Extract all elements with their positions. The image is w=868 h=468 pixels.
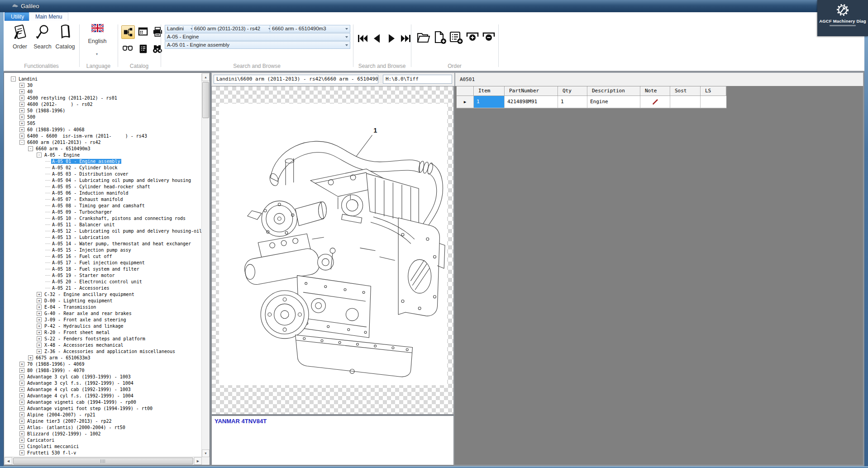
- tree-item[interactable]: A-05 19 - Starter motor: [5, 272, 202, 278]
- expand-icon[interactable]: +: [37, 343, 42, 348]
- expand-icon[interactable]: +: [19, 368, 24, 373]
- cell-qty[interactable]: 1: [558, 96, 587, 108]
- header-note[interactable]: Note: [640, 86, 670, 96]
- tree-item[interactable]: +Atlas- (atlantis) (2000-2004) - rt50: [5, 424, 202, 430]
- catalog-button[interactable]: Catalog: [53, 24, 77, 50]
- order-button[interactable]: Order: [8, 24, 32, 50]
- tree-item[interactable]: +S-22 - Fenders footsteps and platform: [5, 335, 202, 342]
- tree-item[interactable]: +Advantage vigneti foot step (1994-1999)…: [5, 405, 202, 411]
- tree-item[interactable]: -6600 arm (2011-2013) - rs42: [5, 139, 202, 145]
- tree-item[interactable]: A-05 05 - Cylinder head-rocker shaft: [5, 183, 202, 190]
- tree-item[interactable]: A-05 21 - Accessories: [5, 285, 202, 291]
- header-ls[interactable]: LS: [701, 86, 726, 96]
- make-combo[interactable]: Landini: [165, 25, 196, 33]
- tree-item[interactable]: A-05 01 - Engine assembly: [5, 158, 202, 164]
- cell-partnumber[interactable]: 4214898M91: [505, 96, 558, 108]
- collapse-icon[interactable]: -: [11, 76, 16, 81]
- tree-item[interactable]: A-05 14 - Water pump, thermostat and hea…: [5, 240, 202, 247]
- expand-icon[interactable]: +: [19, 127, 24, 132]
- title-bar[interactable]: Galileo: [0, 0, 868, 12]
- parts-list-button[interactable]: [137, 43, 149, 55]
- expand-icon[interactable]: +: [37, 311, 42, 316]
- tab-utility[interactable]: Utility: [5, 12, 30, 21]
- expand-icon[interactable]: +: [19, 406, 24, 411]
- scroll-thumb[interactable]: [202, 82, 209, 118]
- remove-part-from-order-button[interactable]: [482, 31, 496, 44]
- collapse-icon[interactable]: -: [37, 153, 42, 158]
- tree-item[interactable]: A-05 03 - Distribution cover: [5, 171, 202, 177]
- expand-icon[interactable]: +: [19, 121, 24, 126]
- tree-item[interactable]: A-05 08 - Timing gear and camshaft: [5, 202, 202, 209]
- tree-item[interactable]: +Caricatori: [5, 437, 202, 443]
- tree-item[interactable]: A-05 20 - Electronic control unit: [5, 278, 202, 285]
- tree-item[interactable]: +Alpine tier3 (2007-2013) - rp22: [5, 418, 202, 424]
- version-combo[interactable]: 6660 arm - 6510490m3: [270, 25, 350, 33]
- tree-item[interactable]: +500: [5, 114, 202, 120]
- header-description[interactable]: Description: [587, 86, 640, 96]
- print-button[interactable]: [151, 25, 164, 38]
- new-order-button[interactable]: [433, 31, 447, 44]
- group-combo[interactable]: A-05 - Engine: [165, 33, 350, 41]
- tree-view[interactable]: -Landini+30+40+4500 restyling (2011-2012…: [5, 73, 202, 457]
- tree-item[interactable]: A-05 16 - Fuel cut off: [5, 253, 202, 259]
- expand-icon[interactable]: +: [19, 419, 24, 424]
- tree-item[interactable]: +Z-36 - Accessories and application misc…: [5, 348, 202, 354]
- expand-icon[interactable]: +: [37, 349, 42, 354]
- expand-icon[interactable]: +: [19, 438, 24, 443]
- first-page-button[interactable]: [357, 33, 368, 44]
- expand-icon[interactable]: +: [28, 355, 33, 360]
- expand-icon[interactable]: +: [37, 298, 42, 303]
- tree-item[interactable]: A-05 09 - Turbocharger: [5, 209, 202, 215]
- tree-item[interactable]: +Advantage 4 cyl cab (1992-1999) - 1003: [5, 386, 202, 392]
- last-page-button[interactable]: [400, 33, 412, 44]
- add-part-to-order-button[interactable]: [465, 31, 480, 44]
- expand-icon[interactable]: +: [19, 96, 24, 100]
- tree-item[interactable]: +40: [5, 88, 202, 95]
- tree-item[interactable]: +Advantage vigneti cab (1994-1999) - rp0…: [5, 399, 202, 405]
- tree-item[interactable]: +R-20 - Front sheet metal: [5, 329, 202, 335]
- expand-icon[interactable]: +: [19, 115, 24, 119]
- callout-1[interactable]: 1: [373, 127, 377, 134]
- expand-icon[interactable]: +: [37, 317, 42, 322]
- language-button[interactable]: English ▾: [84, 24, 110, 44]
- cell-note[interactable]: [640, 96, 670, 108]
- open-order-button[interactable]: [416, 31, 431, 44]
- expand-icon[interactable]: +: [19, 444, 24, 449]
- expand-icon[interactable]: +: [19, 412, 24, 417]
- cell-item[interactable]: 1: [474, 96, 505, 108]
- next-page-button[interactable]: [386, 33, 397, 44]
- tree-item[interactable]: A-05 10 - Crankshaft, pistons and connec…: [5, 215, 202, 221]
- expand-icon[interactable]: +: [37, 305, 42, 310]
- search-button[interactable]: Search: [31, 24, 54, 50]
- expand-icon[interactable]: +: [19, 134, 24, 138]
- tree-item[interactable]: A-05 04 - Lubricating oil pump and deliv…: [5, 177, 202, 183]
- tree-item[interactable]: +C-32 - Engine ancillary equipment: [5, 291, 202, 297]
- tree-item[interactable]: +Alpine (2004-2007) - rp21: [5, 411, 202, 418]
- expand-icon[interactable]: +: [37, 336, 42, 341]
- expand-icon[interactable]: +: [37, 292, 42, 297]
- header-item[interactable]: Item: [474, 86, 505, 96]
- tree-item[interactable]: A-05 07 - Exhaust manifold: [5, 196, 202, 202]
- tree-item[interactable]: -A-05 - Engine: [5, 152, 202, 158]
- tree-item[interactable]: +60 (1988-1999) - 4068: [5, 126, 202, 133]
- tree-item[interactable]: +Advantage 3 cyl f.s. (1992-1999) - 1004: [5, 380, 202, 386]
- header-sost[interactable]: Sost: [670, 86, 701, 96]
- tree-view-button[interactable]: [121, 25, 135, 39]
- drawing-image[interactable]: 1: [219, 104, 447, 385]
- expand-icon[interactable]: +: [19, 89, 24, 94]
- expand-icon[interactable]: +: [19, 400, 24, 405]
- tree-item[interactable]: +J-09 - Front axle and steering: [5, 316, 202, 323]
- expand-icon[interactable]: +: [19, 102, 24, 107]
- expand-icon[interactable]: +: [19, 387, 24, 392]
- tree-item[interactable]: +4600 (2012- ) - rs02: [5, 101, 202, 107]
- find-button[interactable]: [151, 43, 164, 55]
- expand-icon[interactable]: +: [19, 425, 24, 430]
- tree-item[interactable]: +505: [5, 120, 202, 126]
- expand-icon[interactable]: +: [19, 431, 24, 436]
- tree-item[interactable]: +4500 restyling (2011-2012) - rs01: [5, 95, 202, 101]
- expand-icon[interactable]: +: [19, 374, 24, 379]
- tree-item[interactable]: A-05 18 - Fuel system and filter: [5, 266, 202, 272]
- collapse-icon[interactable]: -: [28, 146, 33, 151]
- preview-button[interactable]: [121, 43, 134, 55]
- tree-item[interactable]: +70 (1988-1996) - 4069: [5, 361, 202, 367]
